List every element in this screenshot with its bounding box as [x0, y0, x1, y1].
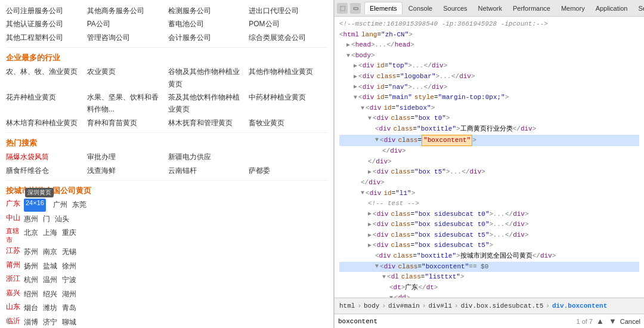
link-mgmt[interactable]: 管理咨询公司 — [87, 32, 166, 44]
link-pom[interactable]: POM公司 — [249, 18, 327, 30]
tree-line-box-t5[interactable]: ▶ <div class="box t5" > ... </div> — [339, 167, 639, 178]
tree-line-nav[interactable]: ▶ <div id="nav" > ... </div> — [339, 82, 639, 93]
ind-farming[interactable]: 农业黄页 — [87, 66, 166, 90]
city-nanjing[interactable]: 南京 — [43, 246, 57, 259]
city-chongqing[interactable]: 重庆 — [62, 227, 76, 240]
search-prev-button[interactable]: ▲ — [595, 317, 605, 326]
ind-livestock[interactable]: 畜牧业黄页 — [249, 117, 327, 129]
tab-console[interactable]: Console — [404, 2, 437, 14]
hot-2[interactable]: 审批办理 — [87, 151, 166, 163]
link-cert[interactable]: 其他认证服务公司 — [6, 18, 85, 30]
hot-5[interactable]: 浅查海鲜 — [87, 165, 166, 177]
tree-line-head[interactable]: ▶ <head> ... </head> — [339, 40, 639, 51]
city-wenzhou[interactable]: 温州 — [43, 274, 57, 287]
city-qingdao[interactable]: 青岛 — [62, 302, 76, 315]
city-huizhou[interactable]: 惠州 — [24, 213, 38, 226]
city-huzhou[interactable]: 湖州 — [62, 288, 76, 301]
ind-tea[interactable]: 茶及其他饮料作物种植业黄页 — [168, 91, 247, 116]
ind-forest-mgmt[interactable]: 林木抚育和管理黄页 — [168, 117, 247, 129]
ind-grain[interactable]: 谷物及其他作物种植业黄页 — [168, 66, 247, 90]
tree-line-ssc-t5-1[interactable]: ▶ <div class="box sidesubcat t5" > ... <… — [339, 230, 639, 241]
link-battery[interactable]: 蓄电池公司 — [168, 18, 247, 30]
tree-line-ssc-t0-1[interactable]: ▶ <div class="box sidesubcat t0" > ... <… — [339, 209, 639, 220]
tree-line-dl[interactable]: ▼ <dl class="listtxt" > — [339, 272, 639, 283]
html-tree[interactable]: <!--msctime:1618915398540 -ip:3661945928… — [335, 17, 644, 298]
search-next-button[interactable]: ▼ — [608, 317, 618, 326]
tree-line-logobar[interactable]: ▶ <div class="logobar" > ... </div> — [339, 72, 639, 82]
ind-fruit[interactable]: 水果、坚果、饮料和香料作物... — [87, 91, 166, 116]
ind-flower[interactable]: 花卉种植业黄页 — [6, 91, 85, 116]
search-cancel-button[interactable]: Cancel — [620, 318, 640, 325]
breadcrumb-l1[interactable]: div#l1 — [428, 302, 452, 310]
mobile-icon[interactable]: ▭ — [350, 3, 361, 14]
cursor-icon[interactable]: ⬚ — [337, 3, 348, 14]
ind-agri[interactable]: 农、林、牧、渔业黄页 — [6, 66, 85, 90]
tree-line-1: <!--msctime:1618915398540 -ip:3661945928… — [339, 19, 639, 30]
ind-medicine[interactable]: 中药材种植业黄页 — [249, 91, 327, 116]
tree-line-dd-open[interactable]: ▼ <dd> — [339, 293, 639, 298]
tab-memory[interactable]: Memory — [556, 2, 590, 14]
tree-line-sidebox[interactable]: ▼ <div id="sidebox" > — [339, 103, 639, 114]
city-xuzhou[interactable]: 徐州 — [62, 260, 76, 273]
tab-application[interactable]: Application — [591, 2, 633, 14]
breadcrumb-sidesubcat[interactable]: div.box.sidesubcat.t5 — [461, 302, 544, 310]
hot-6[interactable]: 云南锚杆 — [168, 165, 247, 177]
breadcrumb-html[interactable]: html — [339, 302, 355, 310]
city-shaoxing[interactable]: 绍兴 — [43, 288, 57, 301]
hot-7[interactable]: 萨都委 — [249, 165, 327, 177]
top-links-grid: 公司注册服务公司 其他商务服务公司 检测服务公司 进出口代理公司 其他认证服务公… — [6, 5, 327, 44]
city-jining[interactable]: 济宁 — [43, 316, 57, 328]
tree-line-top[interactable]: ▶ <div id="top" > ... </div> — [339, 61, 639, 72]
ind-breeding[interactable]: 育种和育苗黄页 — [87, 117, 166, 129]
city-shantou[interactable]: 汕头 — [55, 213, 69, 226]
city-yancheng[interactable]: 盐城 — [43, 260, 57, 273]
city-ningbo[interactable]: 宁波 — [62, 274, 76, 287]
tree-line-box-t0[interactable]: ▼ <div class="box t0" > — [339, 113, 639, 124]
city-men[interactable]: 门 — [43, 213, 50, 226]
city-shaozhou[interactable]: 绍州 — [24, 288, 38, 301]
tree-line-l1[interactable]: ▼ <div id="l1" > — [339, 188, 639, 199]
tab-performance[interactable]: Performance — [508, 2, 555, 14]
city-zibo[interactable]: 淄博 — [24, 316, 38, 328]
breadcrumb-main[interactable]: div#main — [388, 302, 420, 310]
city-guangzhou[interactable]: 广州 — [53, 199, 67, 212]
city-hangzhou[interactable]: 杭州 — [24, 274, 38, 287]
city-beijing[interactable]: 北京 — [24, 227, 38, 240]
tab-network[interactable]: Network — [473, 2, 507, 14]
breadcrumb-body[interactable]: body — [364, 302, 379, 310]
tree-line-body[interactable]: ▼ <body> — [339, 51, 639, 61]
hot-4[interactable]: 膳食纤维谷仓 — [6, 165, 85, 177]
tab-security[interactable]: Security — [633, 2, 644, 14]
city-dongguan[interactable]: 东莞 — [72, 199, 86, 212]
city-weifang[interactable]: 潍坊 — [43, 302, 57, 315]
tab-sources[interactable]: Sources — [438, 2, 472, 14]
hot-3[interactable]: 新疆电力供应 — [168, 151, 247, 163]
city-suzhou[interactable]: 苏州 — [24, 246, 38, 259]
link-company-reg[interactable]: 公司注册服务公司 — [6, 5, 85, 17]
link-plastic[interactable]: 其他工程塑料公司 — [6, 32, 85, 44]
tree-line-ssc-t5-2[interactable]: ▶ <div class="box sidesubcat t5" > — [339, 240, 639, 251]
city-yangzhou[interactable]: 扬州 — [24, 260, 38, 273]
city-yantai[interactable]: 烟台 — [24, 302, 38, 315]
link-accounting[interactable]: 会计服务公司 — [168, 32, 247, 44]
tree-line-boxcontent-selected[interactable]: ▼ <div class="boxcontent" == $0 — [339, 262, 639, 273]
hot-1[interactable]: 隔爆水袋风筒 — [6, 151, 85, 163]
city-links-shandong: 烟台 潍坊 青岛 — [24, 302, 327, 315]
breadcrumb-boxcontent[interactable]: div.boxcontent — [552, 302, 607, 310]
link-export[interactable]: 进出口代理公司 — [249, 5, 327, 17]
link-exhibition[interactable]: 综合类展览会公司 — [249, 32, 327, 44]
city-liaocheng[interactable]: 聊城 — [62, 316, 76, 328]
search-input[interactable] — [338, 318, 574, 325]
tree-line-ssc-t0-2[interactable]: ▶ <div class="box sidesubcat t0" > ... <… — [339, 219, 639, 230]
tab-elements[interactable]: Elements — [364, 2, 402, 14]
link-biz-service[interactable]: 其他商务服务公司 — [87, 5, 166, 17]
city-shanghai[interactable]: 上海 — [43, 227, 57, 240]
city-wuxi[interactable]: 无锡 — [62, 246, 76, 259]
link-pa[interactable]: PA公司 — [87, 18, 166, 30]
highlight-tooltip[interactable]: 24×16 深圳黄页 — [24, 199, 46, 212]
link-detection[interactable]: 检测服务公司 — [168, 5, 247, 17]
tree-line-main[interactable]: ▼ <div id="main" style="margin-top:0px;"… — [339, 92, 639, 103]
ind-other-crop[interactable]: 其他作物种植业黄页 — [249, 66, 327, 90]
tree-line-boxcontent-1[interactable]: ▼ <div class="boxcontent" > — [339, 135, 639, 147]
ind-forestry[interactable]: 林木培育和种植业黄页 — [6, 117, 85, 129]
